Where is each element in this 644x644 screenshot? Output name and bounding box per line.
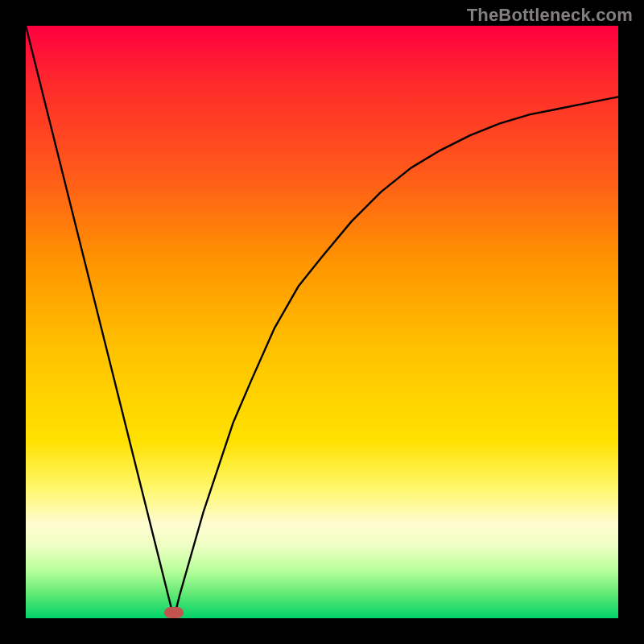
chart-curve (26, 26, 618, 618)
chart-frame: TheBottleneck.com (0, 0, 644, 644)
watermark-text: TheBottleneck.com (467, 5, 633, 26)
plot-area (26, 26, 618, 618)
valley-marker (164, 607, 184, 618)
chart-curve-svg (26, 26, 618, 618)
